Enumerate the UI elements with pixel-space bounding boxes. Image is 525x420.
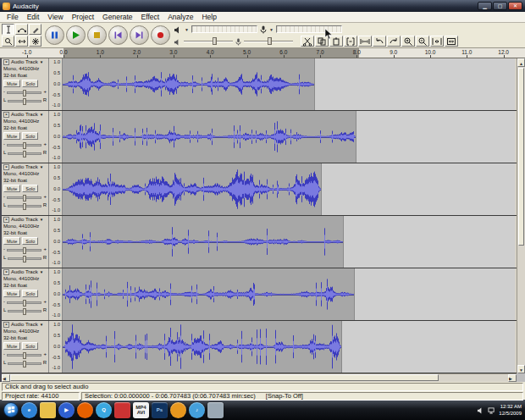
track-title[interactable]: Audio Track (11, 269, 38, 276)
input-meter-dropdown-icon[interactable]: ▼ (269, 27, 274, 32)
tray-network-icon[interactable] (488, 402, 495, 417)
track-title[interactable]: Audio Track (11, 164, 38, 171)
track-menu-caret-icon[interactable]: ▼ (40, 270, 43, 275)
pan-slider[interactable]: LR (3, 150, 47, 157)
realplayer-icon[interactable] (114, 402, 130, 418)
vertical-scale-ruler[interactable]: 1.00.50.0-0.5-1.0 (49, 321, 63, 373)
cut-button[interactable] (301, 36, 314, 47)
vertical-scale-ruler[interactable]: 1.00.50.0-0.5-1.0 (49, 216, 63, 268)
fit-selection-button[interactable] (430, 36, 444, 47)
mute-button[interactable]: Mute (3, 132, 20, 140)
folder-icon[interactable] (40, 402, 56, 418)
solo-button[interactable]: Solo (22, 132, 38, 140)
fit-project-button[interactable] (445, 36, 458, 47)
scroll-up-icon[interactable]: ▲ (517, 58, 525, 67)
track-title[interactable]: Audio Track (11, 112, 38, 119)
track-title[interactable]: Audio Track (11, 217, 38, 224)
scroll-left-icon[interactable]: ◀ (2, 374, 10, 382)
vertical-scroll-thumb[interactable] (518, 68, 524, 246)
close-button[interactable]: ✕ (508, 2, 522, 10)
audacity-taskbar-icon[interactable] (170, 402, 186, 418)
track-menu-caret-icon[interactable]: ▼ (40, 323, 43, 328)
output-meter-dropdown-icon[interactable]: ▼ (185, 27, 189, 32)
pan-slider[interactable]: LR (3, 307, 47, 314)
gain-slider[interactable]: -+ (3, 351, 47, 358)
solo-button[interactable]: Solo (22, 290, 38, 297)
minimize-button[interactable]: ▁ (478, 2, 492, 10)
gain-slider[interactable]: -+ (3, 141, 47, 148)
menu-help[interactable]: Help (197, 13, 220, 21)
zoom-in-button[interactable] (401, 36, 415, 47)
waveform-3[interactable] (63, 163, 515, 215)
output-level-meter[interactable] (191, 25, 257, 33)
menu-edit[interactable]: Edit (23, 13, 44, 21)
track-menu-caret-icon[interactable]: ▼ (40, 60, 43, 65)
horizontal-scrollbar[interactable]: ◀ ▶ (2, 373, 517, 382)
taskbar-clock[interactable]: 12:32 AM 12/5/2009 (499, 403, 522, 417)
quicktime-icon[interactable]: Q (96, 402, 112, 418)
waveform-5[interactable] (63, 268, 515, 320)
zoom-tool-button[interactable] (2, 36, 14, 47)
mute-button[interactable]: Mute (3, 185, 20, 192)
notepad-icon[interactable] (207, 402, 224, 418)
firefox-icon[interactable] (77, 402, 93, 418)
vertical-scale-ruler[interactable]: 1.00.50.0-0.5-1.0 (49, 58, 63, 110)
start-button[interactable] (3, 402, 19, 417)
menu-view[interactable]: View (43, 13, 67, 21)
selection-tool-button[interactable] (2, 24, 14, 35)
solo-button[interactable]: Solo (22, 185, 38, 192)
timeline-ruler[interactable]: -1.00.01.02.03.04.05.06.07.08.09.010.011… (0, 48, 525, 58)
waveform-6[interactable] (63, 321, 515, 373)
solo-button[interactable]: Solo (22, 237, 38, 245)
track-close-button[interactable]: × (3, 217, 9, 223)
menu-effect[interactable]: Effect (137, 13, 164, 21)
menu-file[interactable]: File (3, 13, 23, 21)
track-close-button[interactable]: × (3, 269, 9, 275)
zoom-out-button[interactable] (416, 36, 429, 47)
track-close-button[interactable]: × (3, 164, 9, 170)
redo-button[interactable] (387, 36, 401, 47)
pause-button[interactable] (45, 25, 64, 45)
skip-to-start-button[interactable] (108, 25, 128, 45)
track-close-button[interactable]: × (3, 322, 9, 328)
menu-generate[interactable]: Generate (98, 13, 136, 21)
maximize-button[interactable]: ▢ (493, 2, 507, 10)
timeshift-tool-button[interactable] (15, 36, 28, 47)
gain-slider[interactable]: -+ (3, 246, 47, 253)
scroll-right-icon[interactable]: ▶ (508, 374, 517, 382)
vertical-scale-ruler[interactable]: 1.00.50.0-0.5-1.0 (49, 163, 63, 215)
waveform-4[interactable] (63, 216, 515, 268)
track-close-button[interactable]: × (3, 112, 9, 118)
mute-button[interactable]: Mute (3, 290, 20, 297)
undo-button[interactable] (373, 36, 386, 47)
mute-button[interactable]: Mute (3, 80, 20, 87)
multi-tool-button[interactable] (29, 36, 41, 47)
track-close-button[interactable]: × (3, 59, 9, 65)
mute-button[interactable]: Mute (3, 237, 20, 245)
vertical-scale-ruler[interactable]: 1.00.50.0-0.5-1.0 (49, 111, 63, 163)
track-menu-caret-icon[interactable]: ▼ (40, 218, 43, 223)
skip-to-end-button[interactable] (130, 25, 149, 45)
record-button[interactable] (151, 25, 170, 45)
envelope-tool-button[interactable] (15, 24, 28, 35)
pan-slider[interactable]: LR (3, 360, 47, 367)
solo-button[interactable]: Solo (22, 342, 38, 350)
tray-volume-icon[interactable] (477, 402, 484, 417)
gain-slider[interactable]: -+ (3, 299, 47, 306)
solo-button[interactable]: Solo (22, 80, 38, 87)
gain-slider[interactable]: -+ (3, 89, 47, 96)
output-volume-slider[interactable] (184, 37, 233, 45)
gain-slider[interactable]: -+ (3, 194, 47, 201)
track-menu-caret-icon[interactable]: ▼ (40, 165, 43, 170)
vertical-scale-ruler[interactable]: 1.00.50.0-0.5-1.0 (49, 268, 63, 320)
trim-button[interactable] (344, 36, 357, 47)
draw-tool-button[interactable] (29, 24, 41, 35)
waveform-1[interactable] (63, 58, 515, 110)
pan-slider[interactable]: LR (3, 202, 47, 209)
horizontal-scroll-thumb[interactable] (10, 374, 439, 381)
itunes-icon[interactable]: ♪ (189, 402, 205, 418)
mute-button[interactable]: Mute (3, 342, 20, 350)
pan-slider[interactable]: LR (3, 255, 47, 262)
play-button[interactable] (66, 25, 86, 45)
silence-button[interactable] (358, 36, 372, 47)
